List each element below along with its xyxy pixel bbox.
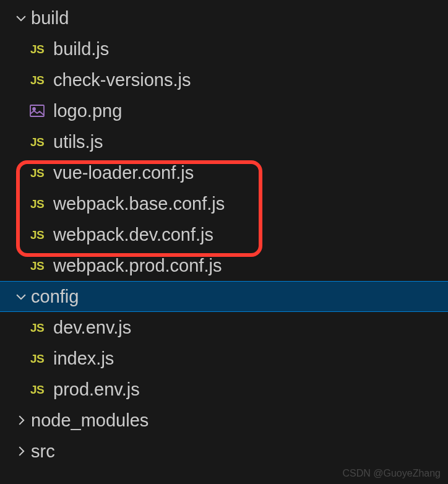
js-icon: JS (26, 74, 48, 86)
chevron-down-icon (11, 11, 31, 25)
svg-point-1 (33, 108, 35, 110)
folder-src[interactable]: src (0, 436, 448, 467)
image-icon (26, 104, 48, 118)
file-webpack-prod-conf-js[interactable]: JS webpack.prod.conf.js (0, 250, 448, 281)
file-label: check-versions.js (53, 71, 191, 89)
file-label: logo.png (53, 102, 122, 120)
file-label: webpack.dev.conf.js (53, 226, 213, 244)
js-icon: JS (26, 353, 48, 365)
file-build-js[interactable]: JS build.js (0, 33, 448, 64)
file-label: webpack.prod.conf.js (53, 257, 222, 275)
folder-config[interactable]: config (0, 281, 448, 312)
js-icon: JS (26, 167, 48, 179)
chevron-right-icon (11, 413, 31, 427)
file-vue-loader-conf-js[interactable]: JS vue-loader.conf.js (0, 157, 448, 188)
file-webpack-base-conf-js[interactable]: JS webpack.base.conf.js (0, 188, 448, 219)
js-icon: JS (26, 198, 48, 210)
file-tree: build JS build.js JS check-versions.js l… (0, 0, 448, 467)
folder-label: node_modules (31, 412, 149, 430)
folder-label: build (31, 9, 69, 27)
file-utils-js[interactable]: JS utils.js (0, 126, 448, 157)
file-logo-png[interactable]: logo.png (0, 95, 448, 126)
chevron-right-icon (11, 444, 31, 458)
folder-build[interactable]: build (0, 2, 448, 33)
folder-label: src (31, 443, 55, 460)
svg-rect-0 (30, 105, 44, 116)
file-label: build.js (53, 40, 109, 58)
watermark: CSDN @GuoyeZhang (342, 468, 441, 479)
file-label: webpack.base.conf.js (53, 195, 225, 213)
js-icon: JS (26, 136, 48, 148)
folder-label: config (31, 288, 79, 306)
file-webpack-dev-conf-js[interactable]: JS webpack.dev.conf.js (0, 219, 448, 250)
file-label: prod.env.js (53, 381, 140, 399)
js-icon: JS (26, 43, 48, 55)
file-label: index.js (53, 350, 114, 368)
js-icon: JS (26, 260, 48, 272)
file-label: utils.js (53, 133, 103, 151)
file-dev-env-js[interactable]: JS dev.env.js (0, 312, 448, 343)
file-index-js[interactable]: JS index.js (0, 343, 448, 374)
file-label: dev.env.js (53, 319, 131, 337)
file-prod-env-js[interactable]: JS prod.env.js (0, 374, 448, 405)
js-icon: JS (26, 229, 48, 241)
folder-node-modules[interactable]: node_modules (0, 405, 448, 436)
js-icon: JS (26, 384, 48, 395)
js-icon: JS (26, 322, 48, 334)
file-label: vue-loader.conf.js (53, 164, 194, 182)
chevron-down-icon (11, 290, 31, 303)
file-check-versions-js[interactable]: JS check-versions.js (0, 64, 448, 95)
